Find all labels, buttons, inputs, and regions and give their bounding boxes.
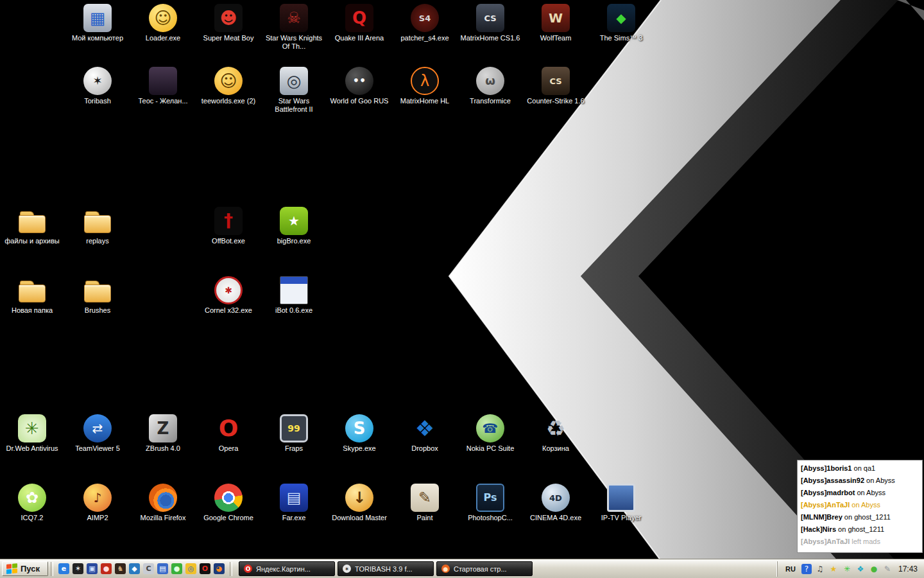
taskbar-task-start-page[interactable]: ●Стартовая стр... — [436, 561, 533, 576]
desktop-icon-label: IP-TV Player — [601, 514, 641, 522]
desktop-icon-offbot[interactable]: †OffBot.exe — [198, 207, 259, 245]
desktop-icon-far[interactable]: ▤Far.exe — [263, 484, 325, 522]
desktop-icon-label: Star Wars Knights Of Th... — [264, 34, 324, 51]
desktop-icon-sims3[interactable]: ◆The Sims™ 3 — [590, 4, 652, 42]
chat-line: [Abyss]1boris1 on qa1 — [801, 462, 919, 475]
opera-quicklaunch-icon[interactable]: O — [200, 563, 210, 574]
desktop-icon-label: ZBrush 4.0 — [146, 444, 180, 453]
desktop-icon-fraps[interactable]: 99Fraps — [263, 414, 325, 453]
chat-line: [Hack]Nirs on ghost_1211 — [801, 523, 919, 536]
desktop-icon-chrome[interactable]: Google Chrome — [198, 484, 259, 522]
internet-explorer-icon[interactable]: e — [58, 563, 69, 574]
toribash-task-icon: ✶ — [343, 565, 351, 573]
desktop-icon-teeworlds[interactable]: ☺teeworlds.exe (2) — [198, 67, 259, 105]
system-tray: RU ?♫★✳❖●✎ 17:43 — [777, 561, 924, 577]
desktop-icon-aimp2[interactable]: ♪AIMP2 — [67, 484, 128, 522]
desktop-icon-paint[interactable]: ✎Paint — [394, 484, 456, 522]
desktop-icon-dropbox[interactable]: ❖Dropbox — [394, 414, 456, 453]
desktop-icon-photoshop[interactable]: PsPhotoshopC... — [459, 484, 521, 522]
desktop-icon-bigbro[interactable]: ★bigBro.exe — [263, 207, 325, 245]
desktop-icon-quake3[interactable]: QQuake III Arena — [329, 4, 390, 42]
chrome-quicklaunch-icon[interactable]: ◎ — [185, 563, 196, 574]
desktop-icon-label: MatrixHome HL — [400, 97, 449, 105]
desktop-icon-zbrush[interactable]: ZZBrush 4.0 — [132, 414, 194, 453]
desktop-icon-world-of-goo[interactable]: ••World of Goo RUS — [329, 67, 390, 105]
media-player-icon[interactable]: ● — [101, 563, 112, 574]
desktop-icon-cornel[interactable]: ✱Cornel x32.exe — [198, 276, 259, 315]
antivirus-tray-icon[interactable]: ✳ — [842, 564, 852, 574]
start-button[interactable]: Пуск — [2, 561, 48, 576]
desktop-icon-files-archives[interactable]: файлы и архивы — [1, 207, 63, 245]
pencil-icon[interactable]: ✎ — [882, 564, 893, 574]
desktop-icon-my-computer[interactable]: ▦Мой компьютер — [67, 4, 128, 42]
desktop-icon-new-folder[interactable]: Новая папка — [1, 276, 63, 315]
loader-icon: ☺ — [149, 4, 177, 32]
quake3-icon: Q — [345, 4, 373, 32]
desktop-icon-drweb[interactable]: ✳Dr.Web Antivirus — [1, 414, 63, 453]
fraps-monitor-icon: 99 — [280, 414, 308, 442]
desktop-icon-opera[interactable]: OOpera — [198, 414, 259, 453]
chrome-icon — [214, 484, 243, 512]
desktop-icon-swkotor[interactable]: ☠Star Wars Knights Of Th... — [263, 4, 325, 51]
desktop-icon-wolfteam[interactable]: WWolfTeam — [525, 4, 586, 42]
desktop-icon-firefox[interactable]: Mozilla Firefox — [132, 484, 194, 522]
desktop-icon-label: Transformice — [470, 97, 511, 105]
desktop-icon-patcher-s4[interactable]: S4patcher_s4.exe — [394, 4, 456, 42]
language-indicator[interactable]: RU — [783, 564, 798, 574]
desktop-icon-loader-exe[interactable]: ☺Loader.exe — [132, 4, 194, 42]
taskbar-separator — [230, 562, 232, 576]
desktop-icon-brushes[interactable]: Brushes — [67, 276, 128, 315]
taskbar: Пуск e✶▣●♞◆C▤●◎O◕ OЯндекс.Картин...✶TORI… — [0, 559, 924, 578]
desktop-icon-ibot[interactable]: iBot 0.6.exe — [263, 276, 325, 315]
chat-line: [Abyss]AnTaJl left mads — [801, 536, 919, 548]
nokia-quicklaunch-icon[interactable]: ● — [171, 563, 182, 574]
taskbar-task-toribash-window[interactable]: ✶TORIBASH 3.9 f... — [338, 561, 434, 576]
desktop-icon-iptv[interactable]: IP-TV Player — [590, 484, 652, 522]
volume-icon[interactable]: ♫ — [815, 564, 825, 574]
battlefront-helmet-icon: ◎ — [280, 67, 308, 95]
chat-line: [Abyss]assassin92 on Abyss — [801, 475, 919, 487]
desktop-icon-download-master[interactable]: ↓Download Master — [329, 484, 390, 522]
agent-icon[interactable]: ● — [869, 564, 879, 574]
desktop-icon-teamviewer[interactable]: ⇄TeamViewer 5 — [67, 414, 128, 453]
desktop-icon-label: The Sims™ 3 — [600, 34, 643, 42]
desktop-icon-label: OffBot.exe — [212, 237, 245, 245]
game-icon[interactable]: ♞ — [115, 563, 126, 574]
firefox-quicklaunch-icon[interactable]: ◕ — [214, 563, 225, 574]
desktop-icon-matrixhome-hl[interactable]: λMatrixHome HL — [394, 67, 456, 105]
desktop-icon-icq[interactable]: ✿ICQ7.2 — [1, 484, 63, 522]
desktop-icon-teos[interactable]: Теос - Желан... — [132, 67, 194, 105]
save-icon[interactable]: ▣ — [87, 563, 98, 574]
windows-logo-icon — [6, 563, 17, 574]
desktop-icon-super-meat-boy[interactable]: ☻Super Meat Boy — [198, 4, 259, 42]
desktop-icon-recycle-bin[interactable]: ♻Корзина — [525, 414, 586, 453]
desktop-icon-label: CINEMA 4D.exe — [530, 514, 581, 522]
iptv-monitor-icon — [607, 484, 635, 512]
paint-brush-icon: ✎ — [411, 484, 439, 512]
desktop-icon-cinema4d[interactable]: 4DCINEMA 4D.exe — [525, 484, 586, 522]
desktop-icon-nokia[interactable]: ☎Nokia PC Suite — [459, 414, 521, 453]
start-label: Пуск — [21, 564, 40, 574]
browser-task-icon: ● — [441, 565, 450, 573]
desktop-icon-transformice[interactable]: ωTransformice — [459, 67, 521, 105]
help-icon[interactable]: ? — [801, 564, 812, 574]
cinema4d-quicklaunch-icon[interactable]: C — [143, 563, 154, 574]
desktop-icon-skype[interactable]: SSkype.exe — [329, 414, 390, 453]
desktop-icon-battlefront2[interactable]: ◎Star Wars Battlefront II — [263, 67, 325, 114]
toribash-icon: ✶ — [83, 67, 112, 95]
dropbox-tray-icon[interactable]: ❖ — [855, 564, 866, 574]
desktop-icon-label: bigBro.exe — [277, 237, 311, 245]
sims3-plumbob-icon: ◆ — [607, 4, 635, 32]
toribash-quicklaunch-icon[interactable]: ✶ — [73, 563, 83, 574]
desktop-icon-cs16[interactable]: CSCounter-Strike 1.6 — [525, 67, 586, 105]
taskbar-separator — [51, 562, 53, 576]
desktop-icon-label: Far.exe — [282, 514, 306, 522]
messenger-icon[interactable]: ◆ — [129, 563, 140, 574]
update-star-icon[interactable]: ★ — [828, 564, 839, 574]
clock[interactable]: 17:43 — [898, 565, 918, 574]
desktop-icon-replays[interactable]: replays — [67, 207, 128, 245]
taskbar-task-yandex-images[interactable]: OЯндекс.Картин... — [239, 561, 335, 576]
explorer-window-icon[interactable]: ▤ — [157, 563, 168, 574]
desktop-icon-matrixhome-cs16[interactable]: CSMatrixHome CS1.6 — [459, 4, 521, 42]
desktop-icon-toribash[interactable]: ✶Toribash — [67, 67, 128, 105]
